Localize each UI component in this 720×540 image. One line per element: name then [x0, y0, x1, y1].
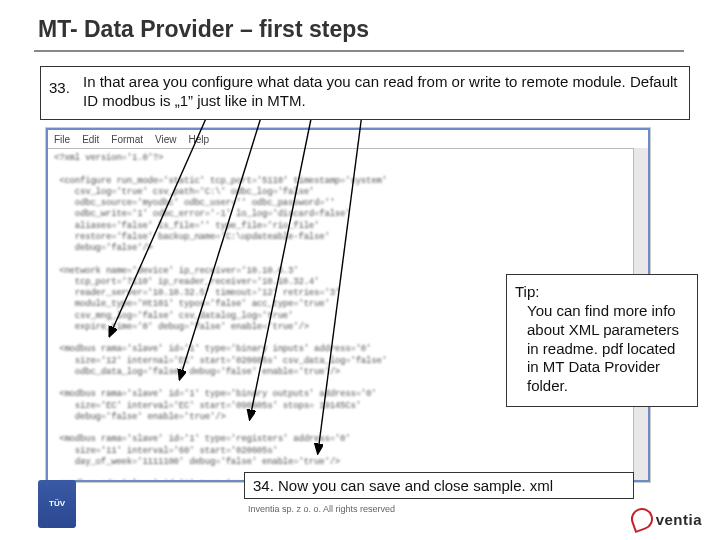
slide: MT- Data Provider – first steps 33. In t… — [0, 0, 720, 540]
tip-box: Tip: You can find more info about XML pa… — [506, 274, 698, 407]
svg-line-0 — [110, 114, 208, 335]
step-33-box: 33. In that area you configure what data… — [40, 66, 690, 120]
step-33-text: In that area you configure what data you… — [83, 73, 681, 111]
svg-line-1 — [180, 114, 262, 378]
svg-line-2 — [250, 114, 312, 418]
step-34-box: 34. Now you can save and close sample. x… — [244, 472, 634, 499]
tip-label: Tip: — [515, 283, 689, 300]
svg-line-3 — [318, 114, 362, 452]
tip-body: You can find more info about XML paramet… — [515, 302, 689, 396]
step-33-number: 33. — [49, 73, 83, 111]
